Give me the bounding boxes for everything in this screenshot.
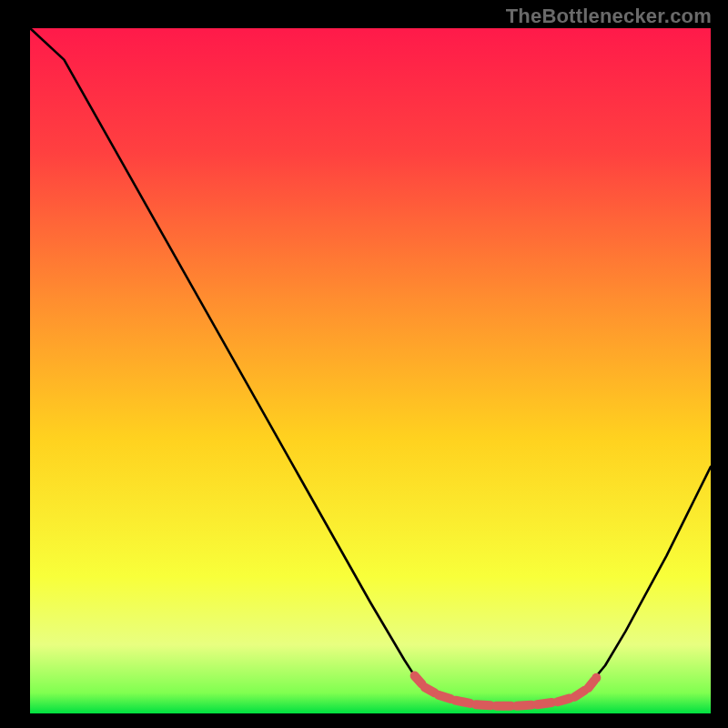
floor-marker-segment xyxy=(574,691,584,697)
floor-marker-segment xyxy=(415,676,422,684)
plot-background xyxy=(30,28,711,713)
floor-marker-segment xyxy=(588,681,593,688)
floor-marker-segment xyxy=(537,703,551,704)
floor-marker-segment xyxy=(558,698,570,702)
floor-marker-segment xyxy=(517,705,531,706)
floor-marker-end xyxy=(592,673,601,682)
chart-container: TheBottlenecker.com xyxy=(0,0,728,728)
floor-marker-segment xyxy=(439,695,450,699)
floor-marker-segment xyxy=(476,704,490,705)
bottleneck-chart xyxy=(0,0,728,728)
floor-marker-segment xyxy=(425,687,435,693)
watermark-text: TheBottlenecker.com xyxy=(506,5,712,28)
floor-marker-segment xyxy=(456,701,470,703)
